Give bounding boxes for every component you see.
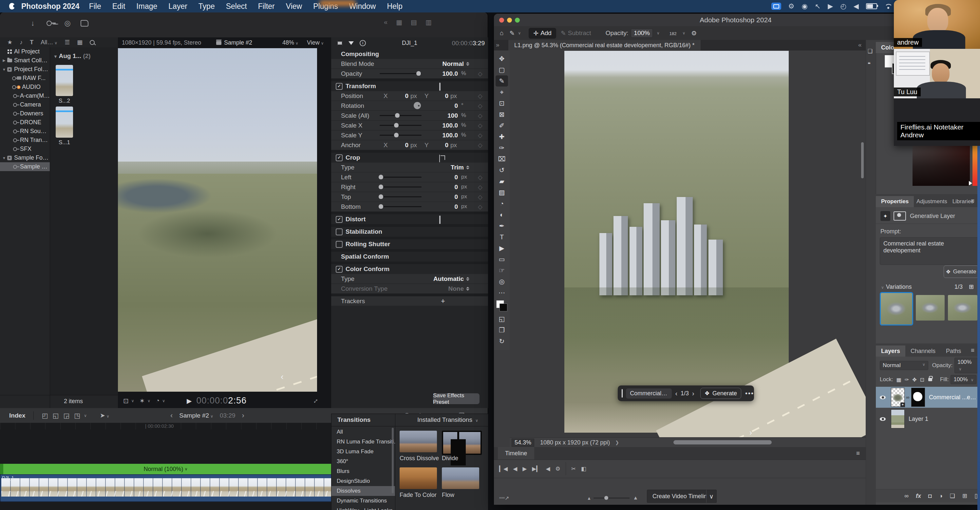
settings-icon[interactable]: ⚙ xyxy=(788,2,795,10)
menu-type[interactable]: Type xyxy=(199,2,215,11)
checkbox-off[interactable] xyxy=(336,241,343,248)
tool-preset-icon[interactable]: ✎∨ xyxy=(509,30,521,37)
add-tracker-button[interactable]: + xyxy=(441,297,445,306)
prev-variation-icon[interactable]: ‹ xyxy=(675,390,677,397)
rotate-view[interactable]: ↻ xyxy=(496,336,508,347)
search-icon[interactable] xyxy=(90,40,95,45)
inspector-param-scale-y[interactable]: Scale Y100.0%◇ xyxy=(331,131,488,140)
slider-track[interactable] xyxy=(380,206,422,207)
webcam-tile[interactable]: Tu Luu xyxy=(894,49,980,98)
inspector-param-scale-x[interactable]: Scale X100.0%◇ xyxy=(331,121,488,131)
menu-file[interactable]: File xyxy=(89,2,101,11)
x-value[interactable]: 0 xyxy=(395,92,409,100)
layer-thumbnail[interactable] xyxy=(891,410,905,429)
prev-project-icon[interactable]: ‹ xyxy=(170,411,173,420)
document-tab[interactable]: L1.png @ 54.3% (Commercial real estate d… xyxy=(508,40,701,51)
app-menu-title[interactable]: Photoshop 2024 xyxy=(21,2,80,11)
insert-edit-icon[interactable]: ◱ xyxy=(53,412,59,419)
gear-icon[interactable]: ⚙ xyxy=(691,30,697,37)
slider-knob[interactable] xyxy=(379,175,383,179)
quick-mask[interactable]: ◱ xyxy=(496,313,508,325)
adjustment-layer[interactable]: ◑ xyxy=(939,492,943,499)
keyframe-diamond-icon[interactable]: ◇ xyxy=(478,112,482,119)
screen-share-icon[interactable] xyxy=(772,3,781,10)
stepper-icon[interactable] xyxy=(466,287,469,291)
record-icon[interactable]: ▶ xyxy=(828,2,833,10)
keyframe-diamond-icon[interactable]: ◇ xyxy=(478,102,482,110)
slider-knob[interactable] xyxy=(395,113,399,118)
y-value[interactable]: 0 xyxy=(435,92,449,100)
inspector-param-top[interactable]: Top0px◇ xyxy=(331,192,488,202)
clip-thumbnail[interactable] xyxy=(56,107,73,138)
wifi-icon[interactable] xyxy=(885,3,892,9)
inspector-param-conversion-type[interactable]: Conversion TypeNone xyxy=(331,284,488,294)
music-icon[interactable]: ♪ xyxy=(20,39,22,46)
tab-layers[interactable]: Layers xyxy=(876,346,905,357)
transition-category-360[interactable]: 360° xyxy=(331,457,395,466)
webcam-tile[interactable]: Fireflies.ai Notetaker Andrew xyxy=(894,98,980,146)
lock-pixels[interactable]: ✑ xyxy=(905,376,909,383)
keyframe-diamond-icon[interactable]: ◇ xyxy=(478,183,482,191)
grid-view-icon[interactable]: ⊞ xyxy=(969,283,974,290)
layers-opacity-value[interactable]: 100% ∨ xyxy=(955,358,978,373)
tab-adjustments[interactable]: Adjustments xyxy=(914,196,950,207)
sidebar-item-sample-foot[interactable]: ▼Sample Foot... xyxy=(0,153,50,162)
brush-size-indicator[interactable]: 182 xyxy=(670,30,677,37)
variations-header[interactable]: ∨Variations xyxy=(880,284,912,290)
pen-tool[interactable]: ✒ xyxy=(496,220,508,231)
next-frame[interactable]: ▶▎ xyxy=(532,465,541,472)
prompt-chip[interactable]: Commercial rea... xyxy=(626,389,672,398)
home-icon[interactable]: ⌂ xyxy=(500,30,503,37)
inspector-param-scale-all[interactable]: Scale (All)100%◇ xyxy=(331,111,488,121)
param-select-value[interactable]: Automatic xyxy=(428,275,464,282)
battery-icon[interactable] xyxy=(866,3,877,9)
append-edit-icon[interactable]: ◲ xyxy=(63,412,70,419)
eraser-tool[interactable]: ▰ xyxy=(496,176,508,187)
variation-thumbnail-selected[interactable] xyxy=(881,293,912,325)
hue-slider-icon[interactable] xyxy=(969,181,972,185)
visibility-eye-icon[interactable] xyxy=(880,395,886,399)
chevron-down-icon[interactable]: ∨ xyxy=(657,31,660,35)
variation-thumbnail[interactable] xyxy=(948,295,977,320)
zoom-in-icon[interactable]: ▲ xyxy=(633,495,638,501)
canvas-next-icon[interactable]: › xyxy=(749,428,752,437)
lock-transparency[interactable]: ▦ xyxy=(896,376,901,383)
retime-bar[interactable]: Normal (100%)∨ xyxy=(0,464,331,474)
slider-track[interactable] xyxy=(380,115,422,116)
timeline-settings[interactable]: ⚙ xyxy=(555,465,560,472)
visibility-eye-icon[interactable] xyxy=(880,417,886,421)
accessibility-icon[interactable]: ◉ xyxy=(802,2,807,10)
checkbox-on[interactable]: ✓ xyxy=(336,83,343,90)
slider-knob[interactable] xyxy=(379,185,383,189)
menu-edit[interactable]: Edit xyxy=(112,2,126,11)
menu-layer[interactable]: Layer xyxy=(169,2,187,11)
tab-paths[interactable]: Paths xyxy=(941,346,966,357)
type-tool[interactable]: T xyxy=(496,231,508,242)
sidebar-item-project-folder[interactable]: ▼Project Folder xyxy=(0,65,50,74)
dodge-tool[interactable]: ◐ xyxy=(496,209,508,220)
keyframe-diamond-icon[interactable]: ◇ xyxy=(478,142,482,149)
layer-row-background[interactable]: Layer 1 xyxy=(876,408,978,429)
save-effects-preset-button[interactable]: Save Effects Preset xyxy=(433,393,479,404)
panel-menu-icon[interactable]: ≡ xyxy=(971,197,974,204)
device-preview-icon[interactable]: ❑ xyxy=(868,48,873,55)
transition-thumb-divide[interactable] xyxy=(442,431,482,455)
stepper-icon[interactable] xyxy=(466,62,469,66)
inspector-param-left[interactable]: Left0px◇ xyxy=(331,172,488,182)
menu-image[interactable]: Image xyxy=(136,2,157,11)
transition-category-dissolves[interactable]: Dissolves xyxy=(331,486,395,496)
stepper-icon[interactable] xyxy=(466,277,469,281)
variation-thumbnail[interactable] xyxy=(916,295,945,320)
sidebar-item-drone[interactable]: DRONE xyxy=(0,118,50,127)
eyedropper-tool[interactable]: ✐ xyxy=(496,120,508,131)
transition[interactable]: ◧ xyxy=(581,465,586,472)
object-selection-tool[interactable]: ⌖ xyxy=(496,86,508,98)
slider-track[interactable] xyxy=(380,186,422,188)
disclosure-down-icon[interactable]: ▼ xyxy=(2,156,6,160)
play[interactable]: ▶ xyxy=(522,465,527,472)
crop-tool-dropdown[interactable]: ⊡∨ xyxy=(123,397,134,405)
section-icon-rect[interactable] xyxy=(439,83,441,91)
clone-stamp-tool[interactable]: ⌧ xyxy=(496,153,508,164)
layer-thumbnail[interactable]: ✦ xyxy=(891,388,905,407)
slider-knob[interactable] xyxy=(416,71,421,76)
